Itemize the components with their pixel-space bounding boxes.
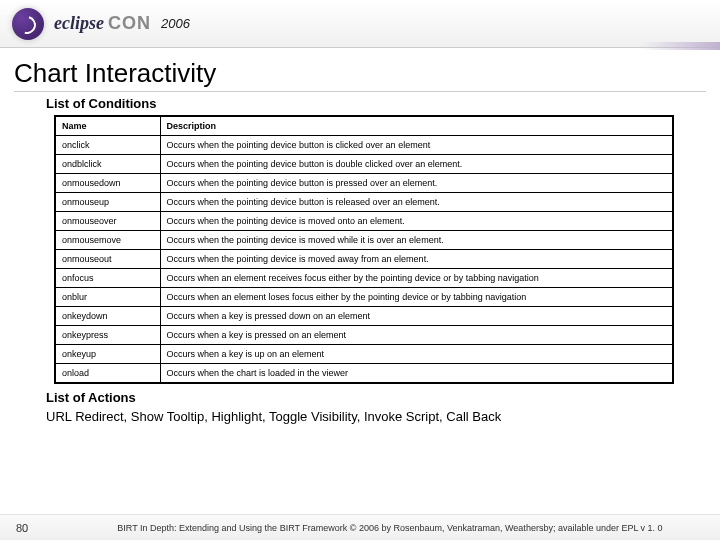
conditions-heading: List of Conditions [46, 96, 706, 111]
slide-header: eclipse CON 2006 [0, 0, 720, 48]
eclipse-logo-icon [12, 8, 44, 40]
cell-name: onblur [55, 288, 160, 307]
slide-content: Chart Interactivity List of Conditions N… [0, 48, 720, 424]
table-row: onmouseoutOccurs when the pointing devic… [55, 250, 673, 269]
cell-name: onmousemove [55, 231, 160, 250]
table-row: onclickOccurs when the pointing device b… [55, 136, 673, 155]
cell-desc: Occurs when a key is pressed on an eleme… [160, 326, 673, 345]
logo-con: CON [108, 13, 151, 34]
table-row: onmouseoverOccurs when the pointing devi… [55, 212, 673, 231]
cell-desc: Occurs when the pointing device is moved… [160, 250, 673, 269]
cell-name: onkeypress [55, 326, 160, 345]
cell-name: onkeydown [55, 307, 160, 326]
page-title: Chart Interactivity [14, 58, 706, 92]
col-name: Name [55, 116, 160, 136]
cell-name: onmouseout [55, 250, 160, 269]
table-row: onmouseupOccurs when the pointing device… [55, 193, 673, 212]
cell-desc: Occurs when a key is up on an element [160, 345, 673, 364]
cell-desc: Occurs when the pointing device button i… [160, 174, 673, 193]
cell-desc: Occurs when the pointing device button i… [160, 155, 673, 174]
table-row: onkeypressOccurs when a key is pressed o… [55, 326, 673, 345]
cell-name: onload [55, 364, 160, 384]
cell-name: onmouseup [55, 193, 160, 212]
cell-desc: Occurs when the pointing device is moved… [160, 212, 673, 231]
cell-desc: Occurs when an element receives focus ei… [160, 269, 673, 288]
page-number: 80 [16, 522, 76, 534]
cell-name: onkeyup [55, 345, 160, 364]
cell-desc: Occurs when the pointing device is moved… [160, 231, 673, 250]
table-row: onblurOccurs when an element loses focus… [55, 288, 673, 307]
actions-heading: List of Actions [46, 390, 706, 405]
table-row: onkeydownOccurs when a key is pressed do… [55, 307, 673, 326]
conditions-table: Name Description onclickOccurs when the … [54, 115, 674, 384]
table-row: ondblclickOccurs when the pointing devic… [55, 155, 673, 174]
col-description: Description [160, 116, 673, 136]
cell-name: ondblclick [55, 155, 160, 174]
table-row: onmousedownOccurs when the pointing devi… [55, 174, 673, 193]
logo-eclipse: eclipse [54, 13, 104, 34]
actions-list: URL Redirect, Show Tooltip, Highlight, T… [46, 409, 706, 424]
table-row: onkeyupOccurs when a key is up on an ele… [55, 345, 673, 364]
header-accent [640, 42, 720, 50]
cell-desc: Occurs when the pointing device button i… [160, 136, 673, 155]
logo-text: eclipse CON [54, 13, 151, 34]
footer-text: BIRT In Depth: Extending and Using the B… [76, 523, 704, 533]
cell-desc: Occurs when a key is pressed down on an … [160, 307, 673, 326]
cell-desc: Occurs when an element loses focus eithe… [160, 288, 673, 307]
table-header-row: Name Description [55, 116, 673, 136]
cell-name: onmousedown [55, 174, 160, 193]
header-year: 2006 [161, 16, 190, 31]
cell-desc: Occurs when the pointing device button i… [160, 193, 673, 212]
cell-desc: Occurs when the chart is loaded in the v… [160, 364, 673, 384]
table-row: onloadOccurs when the chart is loaded in… [55, 364, 673, 384]
cell-name: onmouseover [55, 212, 160, 231]
cell-name: onclick [55, 136, 160, 155]
cell-name: onfocus [55, 269, 160, 288]
table-row: onmousemoveOccurs when the pointing devi… [55, 231, 673, 250]
table-row: onfocusOccurs when an element receives f… [55, 269, 673, 288]
slide-footer: 80 BIRT In Depth: Extending and Using th… [0, 514, 720, 540]
